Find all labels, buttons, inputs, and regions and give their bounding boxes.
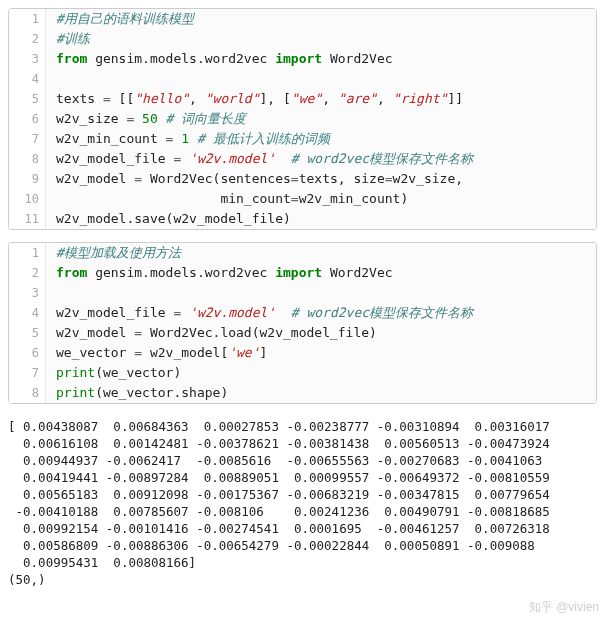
code-row: 5w2v_model = Word2Vec.load(w2v_model_fil… bbox=[9, 323, 596, 343]
line-content: #模型加载及使用方法 bbox=[46, 243, 596, 263]
line-number: 7 bbox=[9, 129, 46, 149]
code-row: 3 bbox=[9, 283, 596, 303]
line-content bbox=[46, 69, 596, 89]
code-row: 9w2v_model = Word2Vec(sentences=texts, s… bbox=[9, 169, 596, 189]
line-number: 7 bbox=[9, 363, 46, 383]
line-content: we_vector = w2v_model['we'] bbox=[46, 343, 596, 363]
line-content: from gensim.models.word2vec import Word2… bbox=[46, 49, 596, 69]
code-row: 7w2v_min_count = 1 # 最低计入训练的词频 bbox=[9, 129, 596, 149]
code-row: 8print(we_vector.shape) bbox=[9, 383, 596, 403]
line-number: 1 bbox=[9, 243, 46, 263]
line-number: 3 bbox=[9, 283, 46, 303]
line-content: w2v_min_count = 1 # 最低计入训练的词频 bbox=[46, 129, 596, 149]
line-content: w2v_model = Word2Vec.load(w2v_model_file… bbox=[46, 323, 596, 343]
line-number: 5 bbox=[9, 89, 46, 109]
line-number: 5 bbox=[9, 323, 46, 343]
line-content: print(we_vector) bbox=[46, 363, 596, 383]
line-content: w2v_model_file = 'w2v.model' # word2vec模… bbox=[46, 149, 596, 169]
line-number: 2 bbox=[9, 263, 46, 283]
output-block: [ 0.00438087 0.00684363 0.00027853 -0.00… bbox=[8, 416, 597, 590]
code-row: 11w2v_model.save(w2v_model_file) bbox=[9, 209, 596, 229]
code-row: 2#训练 bbox=[9, 29, 596, 49]
line-number: 9 bbox=[9, 169, 46, 189]
line-content: min_count=w2v_min_count) bbox=[46, 189, 596, 209]
line-number: 4 bbox=[9, 69, 46, 89]
code-row: 10 min_count=w2v_min_count) bbox=[9, 189, 596, 209]
line-number: 8 bbox=[9, 149, 46, 169]
code-row: 3from gensim.models.word2vec import Word… bbox=[9, 49, 596, 69]
line-content: w2v_model = Word2Vec(sentences=texts, si… bbox=[46, 169, 596, 189]
line-number: 1 bbox=[9, 9, 46, 29]
code-block-1: 1#用自己的语料训练模型2#训练3from gensim.models.word… bbox=[8, 8, 597, 230]
code-row: 4w2v_model_file = 'w2v.model' # word2vec… bbox=[9, 303, 596, 323]
line-content: print(we_vector.shape) bbox=[46, 383, 596, 403]
code-row: 8w2v_model_file = 'w2v.model' # word2vec… bbox=[9, 149, 596, 169]
code-row: 6we_vector = w2v_model['we'] bbox=[9, 343, 596, 363]
code-row: 7print(we_vector) bbox=[9, 363, 596, 383]
line-content: texts = [["hello", "world"], ["we", "are… bbox=[46, 89, 596, 109]
code-row: 2from gensim.models.word2vec import Word… bbox=[9, 263, 596, 283]
line-content: w2v_model_file = 'w2v.model' # word2vec模… bbox=[46, 303, 596, 323]
code-row: 5texts = [["hello", "world"], ["we", "ar… bbox=[9, 89, 596, 109]
line-content bbox=[46, 283, 596, 303]
code-row: 6w2v_size = 50 # 词向量长度 bbox=[9, 109, 596, 129]
code-row: 1#用自己的语料训练模型 bbox=[9, 9, 596, 29]
line-number: 3 bbox=[9, 49, 46, 69]
code-block-2: 1#模型加载及使用方法2from gensim.models.word2vec … bbox=[8, 242, 597, 404]
line-number: 6 bbox=[9, 343, 46, 363]
line-number: 4 bbox=[9, 303, 46, 323]
line-number: 11 bbox=[9, 209, 46, 229]
line-content: w2v_size = 50 # 词向量长度 bbox=[46, 109, 596, 129]
line-content: #用自己的语料训练模型 bbox=[46, 9, 596, 29]
line-number: 6 bbox=[9, 109, 46, 129]
line-content: w2v_model.save(w2v_model_file) bbox=[46, 209, 596, 229]
line-content: #训练 bbox=[46, 29, 596, 49]
code-row: 1#模型加载及使用方法 bbox=[9, 243, 596, 263]
line-number: 2 bbox=[9, 29, 46, 49]
line-number: 10 bbox=[9, 189, 46, 209]
line-content: from gensim.models.word2vec import Word2… bbox=[46, 263, 596, 283]
line-number: 8 bbox=[9, 383, 46, 403]
code-row: 4 bbox=[9, 69, 596, 89]
